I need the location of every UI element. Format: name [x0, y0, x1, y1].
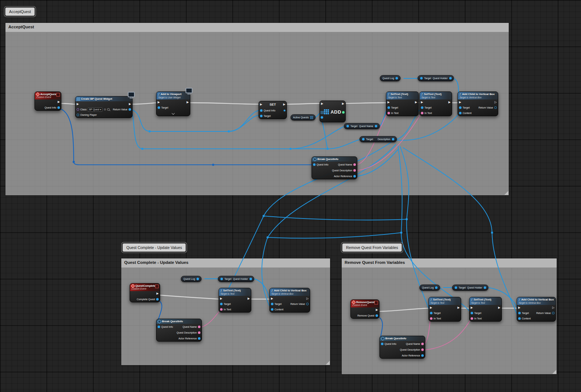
node-settext-description[interactable]: ƒSetText (Text) Target is Text ▶▶ Target… [419, 91, 452, 116]
comment-resize-handle[interactable] [504, 191, 508, 195]
description-out-pin[interactable] [392, 138, 394, 140]
exec-out-pin[interactable]: ▶ [498, 306, 500, 309]
node-add-child-vertical-box-complete[interactable]: ƒAdd Child to Vertical Box Target is Ver… [269, 288, 310, 313]
remove-quest-out-pin[interactable] [375, 314, 378, 317]
class-dropdown[interactable]: BP Quest▾ [88, 107, 103, 112]
quest-info-pin[interactable] [381, 343, 383, 345]
node-break-questinfo[interactable]: Break QuestInfo Quest InfoQuest Name Que… [312, 156, 357, 179]
class-pin[interactable] [77, 108, 79, 111]
exec-out-pin[interactable]: ▶ [342, 102, 344, 105]
exec-out-pin[interactable]: ▶ [58, 101, 60, 103]
exec-out-pin[interactable]: ▶ [376, 309, 378, 311]
actor-reference-pin[interactable] [353, 175, 356, 177]
in-text-pin[interactable] [430, 317, 432, 320]
array-target-pin[interactable] [321, 111, 324, 114]
blueprint-graph-canvas[interactable]: { "bookmarks": { "accept": "AcceptQuest"… [0, 0, 581, 392]
exec-in-pin[interactable]: ▶ [430, 306, 432, 309]
owning-player-pin[interactable] [77, 114, 79, 116]
browse-icon[interactable] [107, 108, 110, 111]
pill-quest-holder[interactable]: TargetQuest Holder [218, 276, 254, 282]
expand-chevron-icon[interactable] [172, 112, 175, 115]
quest-name-pin[interactable] [421, 343, 424, 345]
return-value-pin[interactable] [129, 108, 131, 111]
return-value-pin[interactable] [552, 312, 554, 314]
node-break-questinfo-remove[interactable]: Break QuestInfo Quest InfoQuest Name Que… [379, 336, 425, 359]
quest-description-pin[interactable] [353, 169, 356, 172]
pill-quest-name[interactable]: TargetQuest Name [344, 123, 380, 129]
target-pin[interactable] [387, 106, 390, 109]
actor-reference-pin[interactable] [198, 337, 200, 340]
content-pin[interactable] [459, 112, 462, 114]
exec-out-pin[interactable]: ▷ [552, 306, 554, 309]
node-settext-complete[interactable]: ƒSetText (Text) Target is Text ▶▶ Target… [219, 288, 251, 313]
return-value-pin[interactable] [306, 303, 309, 305]
use-selected-icon[interactable]: ⊙ [103, 108, 106, 111]
new-item-pin[interactable] [321, 116, 323, 119]
quest-description-pin[interactable] [421, 348, 424, 351]
target-in-pin[interactable] [346, 125, 349, 127]
exec-out-pin[interactable]: ▶ [415, 101, 417, 104]
array-out-pin[interactable] [310, 116, 313, 119]
complete-quest-out-pin[interactable] [156, 298, 159, 301]
target-pin[interactable] [220, 303, 223, 305]
pill-quest-log[interactable]: Quest Log [181, 276, 202, 282]
target-pin[interactable] [459, 106, 462, 109]
content-pin[interactable] [271, 308, 273, 311]
content-pin[interactable] [518, 317, 521, 320]
pill-active-quests[interactable]: Active Quests [290, 114, 316, 121]
quest-name-out-pin[interactable] [375, 125, 377, 127]
target-in-pin[interactable] [362, 138, 365, 140]
comment-resize-handle[interactable] [552, 370, 556, 374]
pill-quest-log[interactable]: Quest Log [419, 285, 440, 291]
node-add-child-vertical-box[interactable]: ƒAdd Child to Vertical Box Target is Ver… [458, 91, 498, 116]
quest-holder-out-pin[interactable] [449, 77, 452, 79]
set-output-pin[interactable] [284, 110, 285, 111]
exec-out-pin[interactable]: ▶ [157, 292, 159, 295]
bookmark-quest-complete[interactable]: Quest Complete - Update Values [122, 243, 186, 252]
bookmark-accept-quest[interactable]: AcceptQuest [5, 7, 35, 16]
quest-log-out-pin[interactable] [435, 286, 438, 289]
exec-in-pin[interactable]: ▶ [387, 101, 390, 104]
exec-in-pin[interactable]: ▶ [220, 297, 222, 300]
node-create-bp-quest-widget[interactable]: Create BP Quest Widget ▶▶ Class BP Quest… [75, 96, 133, 118]
target-pin[interactable] [260, 115, 263, 117]
bookmark-remove-quest[interactable]: Remove Quest From Variables [342, 243, 402, 252]
target-pin[interactable] [421, 106, 423, 109]
comment-resize-handle[interactable] [326, 361, 330, 365]
quest-holder-out-pin[interactable] [249, 278, 252, 280]
target-pin[interactable] [158, 106, 160, 109]
node-accept-quest-event[interactable]: AcceptQuest Custom Event ▶ Quest Info [34, 91, 61, 111]
in-text-pin[interactable] [471, 317, 473, 320]
exec-in-pin[interactable]: ▶ [158, 101, 160, 104]
node-array-add[interactable]: ▶▶ ADD [320, 101, 346, 122]
exec-in-pin[interactable]: ▶ [471, 306, 473, 309]
quest-log-out-pin[interactable] [395, 77, 398, 79]
target-in-pin[interactable] [420, 77, 423, 79]
exec-out-pin[interactable]: ▶ [283, 103, 285, 106]
exec-out-pin[interactable]: ▷ [495, 101, 497, 104]
return-index-pin[interactable] [342, 111, 345, 114]
exec-out-pin[interactable]: ▷ [306, 297, 309, 300]
quest-name-pin[interactable] [353, 163, 356, 166]
quest-name-pin[interactable] [198, 326, 200, 328]
exec-in-pin[interactable]: ▶ [271, 297, 273, 300]
node-add-child-vertical-box-remove[interactable]: ƒAdd Child to Vertical Box Target is Ver… [517, 297, 556, 322]
in-text-pin[interactable] [387, 112, 390, 114]
exec-out-pin[interactable]: ▶ [448, 101, 451, 104]
quest-info-pin[interactable] [158, 326, 160, 328]
node-remove-quest-event[interactable]: RemoveQuest Custom Event ▶ Remove Quest [350, 299, 379, 319]
target-pin[interactable] [430, 312, 432, 314]
pill-quest-holder[interactable]: TargetQuest Holder [418, 75, 454, 81]
node-break-questinfo-complete[interactable]: Break QuestInfo Quest InfoQuest Name Que… [156, 319, 202, 342]
exec-in-pin[interactable]: ▶ [421, 101, 423, 104]
quest-description-pin[interactable] [198, 331, 200, 334]
exec-out-pin[interactable]: ▶ [458, 306, 460, 309]
pill-quest-log[interactable]: Quest Log [380, 75, 401, 81]
exec-out-pin[interactable]: ▶ [248, 297, 250, 300]
pill-description[interactable]: TargetDescription [359, 136, 397, 142]
node-quest-complete-event[interactable]: QuestComplete Custom Event ▶ Complete Qu… [130, 283, 160, 302]
comment-header[interactable]: AcceptQuest [5, 23, 509, 32]
comment-header[interactable]: Remove Quest From Variables [342, 258, 557, 268]
exec-in-pin[interactable]: ▶ [459, 101, 461, 104]
target-pin[interactable] [471, 312, 473, 314]
